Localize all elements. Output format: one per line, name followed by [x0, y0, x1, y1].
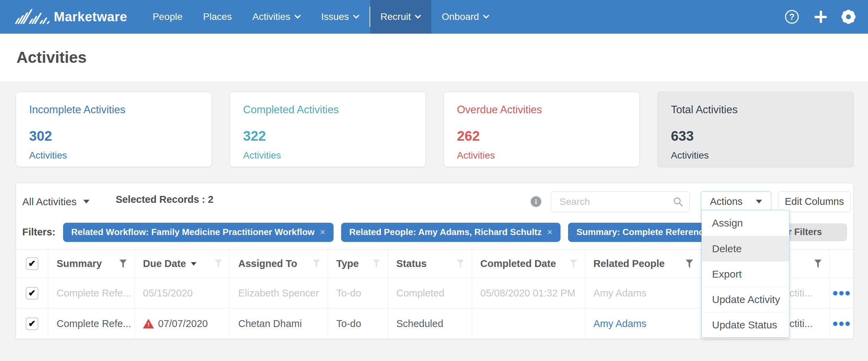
column-header-more: [830, 250, 853, 278]
chevron-down-icon: [415, 15, 421, 19]
view-selector-dropdown[interactable]: All Activities: [22, 196, 89, 208]
nav-menu: People Places Activities Issues Recruit …: [142, 0, 499, 34]
close-icon[interactable]: ×: [320, 227, 325, 237]
filter-pill-related-workflow[interactable]: Related Workflow: Family Medicine Practi…: [63, 223, 334, 242]
filter-pill-related-people[interactable]: Related People: Amy Adams, Richard Schul…: [341, 223, 561, 242]
nav-item-recruit[interactable]: Recruit: [370, 0, 432, 34]
navbar: Marketware People Places Activities Issu…: [0, 0, 868, 34]
cell-summary: Complete Refe...: [48, 308, 135, 339]
nav-item-people[interactable]: People: [142, 0, 193, 34]
chevron-down-icon: [353, 15, 359, 19]
title-section: Activities: [0, 34, 868, 82]
card-incomplete-activities[interactable]: Incomplete Activities 302 Activities: [16, 92, 212, 167]
close-icon[interactable]: ×: [547, 227, 552, 237]
help-icon[interactable]: ?: [785, 10, 799, 24]
kpi-cards: Incomplete Activities 302 Activities Com…: [16, 92, 854, 167]
overdue-warning-icon: !: [143, 319, 154, 328]
nav-right-icons: ?: [785, 0, 854, 34]
settings-icon[interactable]: [843, 11, 854, 23]
chevron-down-icon: [294, 15, 301, 19]
filter-funnel-icon[interactable]: [215, 259, 222, 268]
cell-assigned-to: Chetan Dhami: [230, 308, 328, 339]
filter-funnel-icon[interactable]: [373, 259, 380, 268]
cell-related-people: Amy Adams: [585, 308, 701, 339]
search-icon: [673, 196, 684, 207]
cell-type: To-do: [328, 278, 388, 308]
menu-item-delete[interactable]: Delete: [702, 236, 789, 261]
card-overdue-activities[interactable]: Overdue Activities 262 Activities: [444, 92, 640, 167]
column-header-due-date[interactable]: Due Date: [135, 250, 230, 278]
actions-dropdown-menu: Assign Delete Export Update Activity Upd…: [701, 210, 789, 338]
menu-item-export[interactable]: Export: [702, 261, 789, 287]
select-all-checkbox[interactable]: ✔: [26, 257, 38, 270]
info-icon[interactable]: i: [531, 196, 541, 207]
add-icon[interactable]: [815, 11, 827, 23]
cell-assigned-to: Elizabeth Spencer: [230, 278, 328, 308]
cell-status: Completed: [388, 278, 472, 308]
row-checkbox[interactable]: ✔: [26, 287, 38, 300]
related-person-link[interactable]: Amy Adams: [593, 318, 647, 329]
cell-related-people: Amy Adams: [585, 278, 701, 308]
sort-desc-icon: [191, 262, 196, 266]
filter-funnel-icon[interactable]: [457, 259, 464, 268]
menu-item-assign[interactable]: Assign: [702, 210, 789, 236]
row-checkbox[interactable]: ✔: [26, 317, 38, 330]
edit-columns-button[interactable]: Edit Columns: [778, 191, 851, 212]
cell-completed-date: [472, 308, 585, 339]
search-input[interactable]: [551, 191, 690, 212]
cell-status: Scheduled: [388, 308, 472, 339]
column-header-assigned-to[interactable]: Assigned To: [230, 250, 328, 278]
more-options-icon[interactable]: [833, 291, 850, 295]
page-title: Activities: [16, 48, 852, 67]
cell-due-date: ! 07/07/2020: [135, 308, 230, 339]
chevron-down-icon: [483, 15, 489, 19]
cell-due-date: 05/15/2020: [135, 278, 230, 308]
cell-summary: Complete Refe...: [48, 278, 135, 308]
filters-label: Filters:: [22, 226, 56, 238]
caret-down-icon: [756, 200, 762, 203]
cell-completed-date: 05/08/2020 01:32 PM: [472, 278, 585, 308]
menu-item-update-activity[interactable]: Update Activity: [702, 287, 789, 312]
brand-hatch-icon: [16, 8, 49, 24]
card-total-activities[interactable]: Total Activities 633 Activities: [658, 92, 854, 167]
brand-name: Marketware: [54, 10, 127, 24]
cell-type: To-do: [328, 308, 388, 339]
card-completed-activities[interactable]: Completed Activities 322 Activities: [230, 92, 426, 167]
column-header-completed-date[interactable]: Completed Date: [472, 250, 585, 278]
nav-item-issues[interactable]: Issues: [311, 0, 370, 34]
more-options-icon[interactable]: [833, 322, 850, 326]
filter-funnel-icon[interactable]: [686, 259, 693, 268]
nav-item-activities[interactable]: Activities: [242, 0, 311, 34]
caret-down-icon: [83, 200, 89, 203]
nav-item-places[interactable]: Places: [193, 0, 242, 34]
actions-button[interactable]: Actions: [701, 191, 771, 212]
filter-funnel-icon[interactable]: [119, 259, 127, 268]
filter-funnel-icon[interactable]: [570, 259, 577, 268]
selected-records-count: Selected Records : 2: [116, 194, 213, 205]
column-header-summary[interactable]: Summary: [48, 250, 135, 278]
column-header-related-people[interactable]: Related People: [585, 250, 701, 278]
search-box: [551, 191, 690, 212]
column-header-status[interactable]: Status: [388, 250, 472, 278]
column-header-type[interactable]: Type: [328, 250, 388, 278]
filter-funnel-icon[interactable]: [814, 259, 822, 268]
menu-item-update-status[interactable]: Update Status: [702, 312, 789, 337]
page: Marketware People Places Activities Issu…: [0, 0, 868, 361]
brand-logo[interactable]: Marketware: [16, 0, 127, 34]
filter-funnel-icon[interactable]: [313, 259, 320, 268]
nav-item-onboard[interactable]: Onboard: [431, 0, 499, 34]
